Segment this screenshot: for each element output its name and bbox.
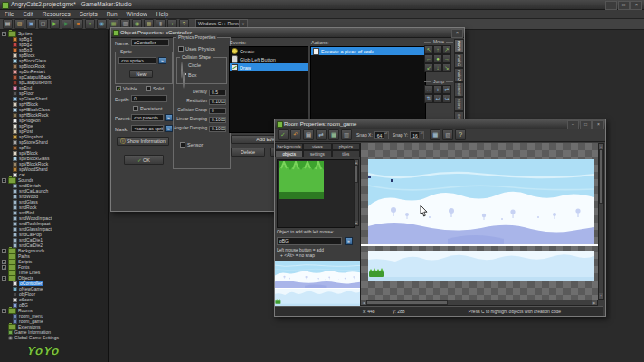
jump-action-icon[interactable]: ⇅ [424, 94, 433, 103]
move-action-icon[interactable]: ↘ [442, 63, 451, 72]
canvas-horizontal-scrollbar[interactable]: ◀ ▶ [360, 300, 598, 306]
undo-icon[interactable]: ↶ [290, 129, 301, 140]
collapse-icon[interactable]: − [2, 309, 6, 313]
scroll-down-icon[interactable]: ▼ [599, 293, 603, 299]
room-tab[interactable]: settings [303, 150, 331, 157]
mask-select[interactable]: <same as sprite> [131, 125, 164, 132]
physics-value-input[interactable]: 0.100000 [209, 126, 226, 132]
depth-input[interactable]: 0 [131, 95, 167, 102]
create-sound-icon[interactable]: ◉ [97, 19, 107, 29]
collapse-icon[interactable]: − [2, 276, 6, 281]
canvas-vertical-scrollbar[interactable]: ▲ ▼ [598, 143, 604, 300]
save-project-icon[interactable]: ▣ [26, 19, 36, 29]
sprite-select[interactable]: <no sprite> [118, 57, 156, 64]
run-icon[interactable]: ▶ [50, 19, 60, 29]
room-tab[interactable]: views [303, 143, 331, 150]
sprite-edit-icon[interactable]: » [158, 57, 166, 64]
jump-action-icon[interactable]: ↕ [433, 85, 442, 94]
room-tab[interactable]: physics [332, 143, 360, 150]
tree-item-global-game-settings[interactable]: + Global Game Settings [0, 335, 108, 340]
create-sprite-icon[interactable]: ● [85, 19, 95, 29]
isometric-grid-icon[interactable]: ▧ [442, 129, 453, 140]
commit-changes-icon[interactable]: ✓ [278, 129, 289, 140]
scroll-up-icon[interactable]: ▲ [355, 160, 358, 165]
move-action-icon[interactable]: → [442, 54, 451, 63]
object-window-title-bar[interactable]: Object Properties: oController × [111, 28, 464, 38]
room-tab[interactable]: tiles [332, 150, 360, 157]
delete-event-button[interactable]: Delete [231, 148, 265, 157]
physics-value-input[interactable]: 0.5 [209, 90, 226, 96]
debug-run-icon[interactable]: ▶ [62, 19, 71, 29]
physics-value-input[interactable]: 0.100000 [209, 117, 226, 123]
action-item-execute-code[interactable]: Execute a piece of code [311, 47, 425, 55]
room-tab[interactable]: backgrounds [275, 143, 303, 150]
expand-icon[interactable]: + [2, 260, 6, 264]
jump-action-icon[interactable]: ↩ [433, 94, 442, 103]
event-item-draw[interactable]: Draw [230, 63, 308, 71]
sort-horizontal-icon[interactable]: ▦ [328, 129, 339, 140]
menu-item[interactable]: Scripts [75, 10, 102, 18]
open-project-icon[interactable]: ▨ [14, 19, 24, 29]
move-action-icon[interactable]: ↖ [424, 45, 433, 54]
mask-edit-icon[interactable]: » [165, 125, 173, 132]
solid-checkbox[interactable] [146, 86, 151, 91]
room-canvas[interactable] [360, 143, 598, 300]
action-tab[interactable]: main2 [454, 68, 464, 82]
room-tab[interactable]: objects [275, 150, 303, 157]
clear-room-icon[interactable]: ▤ [303, 129, 314, 140]
move-action-icon[interactable]: ↑ [433, 45, 442, 54]
expand-icon[interactable]: + [2, 265, 6, 270]
parent-edit-icon[interactable]: » [165, 114, 173, 121]
minimize-icon[interactable]: – [605, 1, 617, 10]
action-tab[interactable]: main1 [454, 53, 464, 68]
jump-action-icon[interactable]: ↔ [424, 85, 433, 94]
menu-item[interactable]: Edit [18, 10, 37, 18]
show-information-button[interactable]: ⓘ Show Information [117, 137, 169, 146]
scroll-right-icon[interactable]: ▶ [592, 300, 597, 305]
new-sprite-button[interactable]: New [129, 70, 153, 78]
move-action-icon[interactable]: ↙ [424, 63, 433, 72]
move-action-icon[interactable]: ↗ [442, 45, 451, 54]
physics-value-input[interactable]: 0.100000 [209, 99, 226, 105]
move-action-icon[interactable]: ↓ [433, 63, 442, 72]
sort-vertical-icon[interactable]: ▥ [341, 129, 352, 140]
snap-x-stepper[interactable]: 64 [374, 131, 389, 139]
menu-item[interactable]: Run [102, 10, 122, 18]
instance-marker[interactable] [368, 176, 371, 178]
grid-toggle-icon[interactable]: ▦ [430, 129, 440, 140]
shift-room-icon[interactable]: ⇄ [316, 129, 327, 140]
ok-button[interactable]: ✓ OK [124, 155, 164, 165]
new-project-icon[interactable]: ▤ [3, 19, 13, 29]
visible-checkbox[interactable]: ✓ [116, 86, 121, 91]
object-picker-icon[interactable]: » [345, 237, 353, 245]
stop-icon[interactable]: ■ [73, 19, 83, 29]
collapse-icon[interactable]: − [2, 178, 6, 183]
create-executable-icon[interactable]: ▢ [38, 19, 48, 29]
box-radio[interactable] [183, 71, 185, 89]
close-icon[interactable]: × [630, 1, 642, 10]
controller-instance-dot[interactable] [391, 179, 393, 182]
move-action-icon[interactable]: ● [433, 54, 442, 63]
physics-value-input[interactable]: 0 [209, 108, 226, 114]
sensor-checkbox[interactable] [180, 142, 185, 148]
close-icon[interactable]: × [451, 29, 463, 38]
event-item-glob-left-button[interactable]: Glob Left Button [230, 55, 308, 63]
action-tab[interactable]: move [454, 39, 464, 53]
menu-item[interactable]: Resources [38, 10, 75, 18]
object-to-add-select[interactable]: oBG [277, 237, 342, 245]
event-item-create[interactable]: Create [230, 47, 308, 55]
move-action-icon[interactable]: ← [424, 54, 433, 63]
parent-select[interactable]: <no parent> [131, 114, 164, 121]
expand-icon[interactable]: + [2, 249, 6, 253]
snap-y-stepper[interactable]: 16 [410, 131, 424, 139]
maximize-icon[interactable]: □ [618, 1, 630, 10]
menu-item[interactable]: Window [122, 10, 152, 18]
object-preview-box[interactable] [277, 159, 355, 228]
persistent-checkbox[interactable] [133, 106, 138, 111]
help-icon[interactable]: ? [455, 129, 466, 140]
menu-item[interactable]: Help [152, 10, 173, 18]
menu-item[interactable]: File [0, 10, 18, 18]
uses-physics-checkbox[interactable] [178, 46, 184, 52]
jump-action-icon[interactable]: ↪ [442, 94, 451, 103]
scroll-down-icon[interactable]: ▼ [355, 221, 358, 225]
